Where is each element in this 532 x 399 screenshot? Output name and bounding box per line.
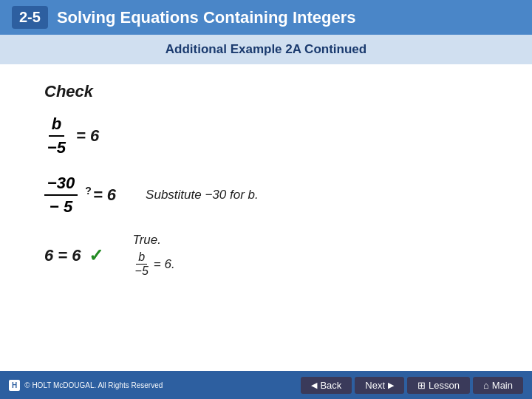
footer-buttons: ◀ Back Next ▶ ⊞ Lesson ⌂ Main <box>301 377 523 394</box>
side-note-fraction: b −5 <box>133 250 151 278</box>
back-arrow-icon: ◀ <box>311 381 317 390</box>
fraction-2-denominator: − 5 <box>47 196 75 216</box>
check-mark: ✓ <box>89 245 103 266</box>
side-note-fraction-den: −5 <box>133 265 151 278</box>
side-note-fraction-num: b <box>136 250 147 265</box>
equation-row-1: b −5 = 6 <box>44 115 502 157</box>
lesson-title: Solving Equations Containing Integers <box>57 8 356 27</box>
fraction-1: b −5 <box>44 115 69 157</box>
equation-3-left: 6 = 6 <box>44 246 81 265</box>
side-note-3-fraction-line: b −5 = 6. <box>133 250 175 278</box>
equation-1-equals: = 6 <box>76 126 99 146</box>
lesson-button[interactable]: ⊞ Lesson <box>407 377 470 394</box>
main-icon: ⌂ <box>483 380 489 391</box>
next-button[interactable]: Next ▶ <box>355 377 404 394</box>
question-mark: ? <box>85 185 92 197</box>
main-content: Check b −5 = 6 −30 − 5 ?= 6 Substitute −… <box>0 64 532 301</box>
side-note-3: True. b −5 = 6. <box>133 233 175 278</box>
equation-row-3: 6 = 6 ✓ True. b −5 = 6. <box>44 233 502 278</box>
check-label: Check <box>44 82 502 101</box>
next-arrow-icon: ▶ <box>388 381 394 390</box>
side-note-3-true: True. <box>133 233 175 248</box>
footer: H © HOLT McDOUGAL. All Rights Reserved ◀… <box>0 371 532 399</box>
copyright-area: H © HOLT McDOUGAL. All Rights Reserved <box>9 380 163 391</box>
header: 2-5 Solving Equations Containing Integer… <box>0 0 532 35</box>
equation-2-equals: ?= 6 <box>85 185 116 205</box>
side-note-2: Substitute −30 for b. <box>146 188 259 202</box>
subtitle-text: Additional Example 2A Continued <box>166 42 366 56</box>
lesson-label: Lesson <box>429 380 460 391</box>
equation-row-2: −30 − 5 ?= 6 Substitute −30 for b. <box>44 174 502 216</box>
main-button[interactable]: ⌂ Main <box>473 377 523 394</box>
main-label: Main <box>492 380 513 391</box>
side-note-3-equals: = 6. <box>154 257 175 272</box>
fraction-2: −30 − 5 <box>44 174 78 216</box>
back-label: Back <box>320 380 341 391</box>
fraction-2-numerator: −30 <box>44 174 78 196</box>
subtitle-bar: Additional Example 2A Continued <box>0 35 532 64</box>
holt-logo: H <box>9 380 20 391</box>
fraction-1-numerator: b <box>49 115 64 137</box>
copyright-text: © HOLT McDOUGAL. All Rights Reserved <box>24 381 163 389</box>
lesson-badge: 2-5 <box>12 6 48 29</box>
fraction-1-denominator: −5 <box>44 137 69 157</box>
back-button[interactable]: ◀ Back <box>301 377 352 394</box>
next-label: Next <box>365 380 385 391</box>
side-note-2-text: Substitute −30 for b. <box>146 188 259 202</box>
lesson-icon: ⊞ <box>417 380 426 391</box>
